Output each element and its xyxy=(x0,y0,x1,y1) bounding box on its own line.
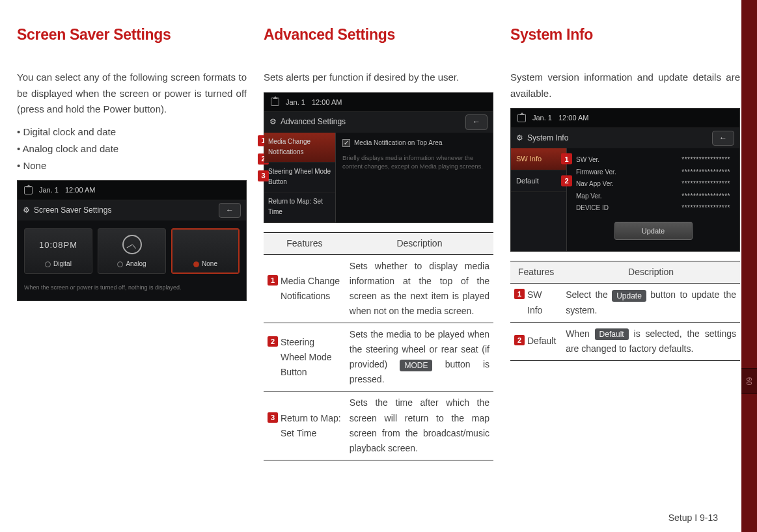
table-row: 3Return to Map: Set Time Sets the time a… xyxy=(264,392,493,460)
checkbox-icon xyxy=(342,139,350,147)
screenshot-advanced: Jan. 1 12:00 AM Advanced Settings 1 2 3 … xyxy=(264,92,493,223)
column-system-info: System Info System version information a… xyxy=(510,23,740,460)
status-date: Jan. 1 xyxy=(286,96,305,108)
page-edge-tab: 09 xyxy=(741,368,757,394)
feature-desc: Sets the time after which the screen wil… xyxy=(346,392,493,460)
callout-badge-2: 2 xyxy=(561,175,572,186)
feature-desc: When Default is selected, the settings a… xyxy=(562,322,740,360)
settings-title: Advanced Settings xyxy=(269,116,346,129)
update-button: Update xyxy=(614,222,693,240)
mode-button-label: MODE xyxy=(400,360,432,371)
feature-name: Steering Wheel Mode Button xyxy=(281,335,342,380)
feature-name: Default xyxy=(527,334,556,349)
th-features: Features xyxy=(264,232,346,254)
field-value xyxy=(681,179,730,190)
screenshot-screen-saver: Jan. 1 12:00 AM Screen Saver Settings 10… xyxy=(17,180,247,301)
feature-desc: Select the Update button to update the s… xyxy=(562,284,740,322)
screen-saver-note: When the screen or power is turned off, … xyxy=(24,283,240,293)
intro-screen-saver: You can select any of the following scre… xyxy=(17,70,247,118)
field-label: SW Ver. xyxy=(576,155,599,166)
column-screen-saver: Screen Saver Settings You can select any… xyxy=(17,23,247,460)
page-edge-strip xyxy=(741,0,757,532)
th-description: Description xyxy=(346,232,493,254)
option-analog: Analog xyxy=(98,228,166,274)
back-icon xyxy=(219,203,241,219)
callout-badge: 2 xyxy=(268,336,278,347)
system-side-list: SW Info1 Default2 xyxy=(511,148,567,251)
table-row: 2Default When Default is selected, the s… xyxy=(510,322,740,360)
home-icon xyxy=(517,114,526,122)
settings-title: Screen Saver Settings xyxy=(23,204,111,217)
status-date: Jan. 1 xyxy=(39,184,59,196)
callout-badge-1: 1 xyxy=(561,153,572,165)
side-item: Media Change Notifications xyxy=(264,133,335,163)
screen-saver-options-list: Digital clock and date Analog clock and … xyxy=(17,124,247,174)
checkbox-subtext: Briefly displays media information whene… xyxy=(342,153,486,171)
field-label: DEVICE ID xyxy=(576,203,609,214)
home-icon xyxy=(271,98,279,106)
th-features: Features xyxy=(510,261,562,284)
th-description: Description xyxy=(562,261,740,284)
field-value xyxy=(681,191,730,202)
column-advanced: Advanced Settings Sets alerts per functi… xyxy=(264,23,493,460)
callout-badge: 1 xyxy=(514,289,525,299)
checkbox-row: Media Notification on Top Area xyxy=(342,138,486,149)
system-feature-table: FeaturesDescription 1SW Info Select the … xyxy=(510,261,740,360)
callout-badge: 3 xyxy=(268,412,278,423)
side-item: Steering Wheel Mode Button xyxy=(264,163,335,193)
back-icon xyxy=(465,114,488,130)
heading-screen-saver: Screen Saver Settings xyxy=(17,23,247,47)
heading-advanced: Advanced Settings xyxy=(264,23,493,47)
option-none: None xyxy=(171,228,240,274)
field-label: Nav App Ver. xyxy=(576,179,614,190)
heading-system-info: System Info xyxy=(510,23,740,47)
table-row: 2Steering Wheel Mode Button Sets the med… xyxy=(264,323,493,392)
home-icon xyxy=(24,186,33,194)
list-item: Digital clock and date xyxy=(17,124,247,140)
advanced-side-list: 1 2 3 Media Change Notifications Steerin… xyxy=(264,133,336,222)
side-item: Return to Map: Set Time xyxy=(264,193,335,222)
screenshot-system-info: Jan. 1 12:00 AM System Info SW Info1 Def… xyxy=(510,108,740,252)
field-label: Map Ver. xyxy=(576,191,601,202)
field-value xyxy=(681,203,730,214)
option-digital: 10:08PM Digital xyxy=(24,228,92,274)
feature-name: Return to Map: Set Time xyxy=(281,411,342,441)
intro-system-info: System version information and update de… xyxy=(510,70,740,102)
default-button-label: Default xyxy=(595,328,629,340)
status-time: 12:00 AM xyxy=(312,96,342,108)
settings-title: System Info xyxy=(516,132,568,145)
back-icon xyxy=(712,131,734,146)
table-row: 1SW Info Select the Update button to upd… xyxy=(510,284,740,322)
field-value xyxy=(681,167,730,178)
field-label: Firmware Ver. xyxy=(576,167,616,178)
intro-advanced: Sets alerts per function if desired by t… xyxy=(264,70,493,86)
status-time: 12:00 AM xyxy=(65,184,95,196)
callout-badge: 1 xyxy=(268,275,278,286)
callout-badge: 2 xyxy=(514,335,525,345)
side-item: Default2 xyxy=(511,170,566,192)
feature-name: SW Info xyxy=(527,287,558,317)
update-button-label: Update xyxy=(612,290,646,302)
status-time: 12:00 AM xyxy=(558,112,588,124)
page-footer: Setup I 9-13 xyxy=(668,511,718,525)
field-value xyxy=(681,155,730,166)
list-item: Analog clock and date xyxy=(17,141,247,157)
feature-name: Media Change Notifications xyxy=(281,274,342,304)
advanced-feature-table: FeaturesDescription 1Media Change Notifi… xyxy=(264,232,493,460)
table-row: 1Media Change Notifications Sets whether… xyxy=(264,254,493,323)
feature-desc: Sets the media to be played when the ste… xyxy=(346,323,493,392)
list-item: None xyxy=(17,158,247,174)
status-date: Jan. 1 xyxy=(532,112,552,124)
side-item: SW Info1 xyxy=(511,148,566,170)
clock-icon xyxy=(122,235,142,254)
feature-desc: Sets whether to display media informatio… xyxy=(346,254,493,323)
checkbox-label: Media Notification on Top Area xyxy=(354,138,442,149)
